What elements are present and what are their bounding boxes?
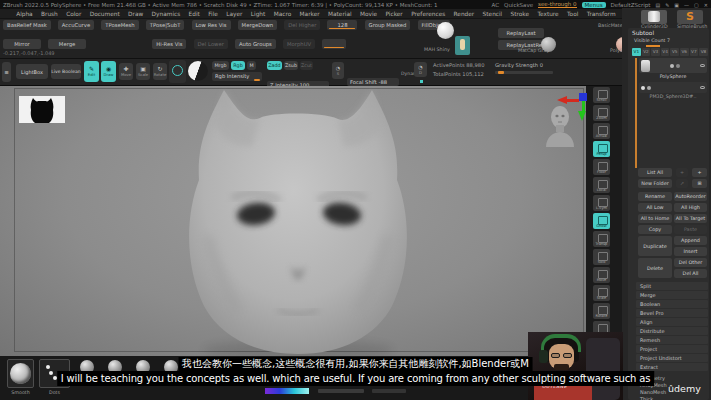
section-split[interactable]: Split [636, 282, 708, 290]
menu-tool[interactable]: Tool [563, 11, 583, 17]
shelf-move-button[interactable]: Move [593, 267, 610, 283]
delete-button[interactable]: Delete [638, 258, 672, 278]
section-project-undistort[interactable]: Project Undistort [636, 354, 708, 362]
alpha-preview[interactable] [19, 96, 65, 123]
shelf-scale-button[interactable]: Scale [593, 285, 610, 301]
menu-marker[interactable]: Marker [295, 11, 323, 17]
menu-brush[interactable]: Brush [37, 11, 62, 17]
seethrough-slider[interactable]: see-through 0 [538, 1, 576, 8]
rename-button[interactable]: Rename [638, 192, 672, 201]
default-zscript-button[interactable]: DefaultZScript [611, 2, 651, 8]
del-other-button[interactable]: Del Other [674, 258, 707, 267]
draw-mode-button[interactable]: ◉ Draw [101, 61, 116, 82]
accucurve-button[interactable]: AccuCurve [58, 20, 94, 30]
all-high-button[interactable]: All High [674, 203, 707, 212]
move-mode-button[interactable]: ✚ Move [119, 63, 133, 80]
sculpt-viewport[interactable] [0, 86, 586, 356]
live-boolean-button[interactable]: Live Boolean [51, 64, 81, 79]
scale-mode-button[interactable]: ▣ Scale [136, 63, 150, 80]
tab-v5[interactable]: V5 [670, 48, 679, 56]
tab-v1[interactable]: V1 [632, 48, 641, 56]
menu-macro[interactable]: Macro [269, 11, 295, 17]
add-subtool-icon[interactable]: + [692, 168, 707, 177]
tab-v8[interactable]: V8 [699, 48, 708, 56]
tool-cylinder3d[interactable]: Cylinder3D [641, 10, 667, 29]
tab-v4[interactable]: V4 [661, 48, 670, 56]
palette-thickskin[interactable]: Thick Skin [636, 396, 664, 400]
tab-v6[interactable]: V6 [680, 48, 689, 56]
lightbox-button[interactable]: LightBox [16, 64, 48, 79]
user-icon[interactable]: ▣ [674, 2, 679, 8]
del-all-button[interactable]: Del All [674, 269, 707, 278]
menu-light[interactable]: Light [247, 11, 270, 17]
group-masked-button[interactable]: Group Masked [365, 20, 411, 30]
menu-color[interactable]: Color [62, 11, 86, 17]
brush-alpha-button[interactable] [169, 60, 186, 83]
menu-transform[interactable]: Transform [583, 11, 620, 17]
duplicate-button[interactable]: Duplicate [638, 236, 672, 256]
focal-shift-slider[interactable]: Focal Shift -88 [347, 78, 399, 86]
autoreorder-button[interactable]: AutoReorder [674, 192, 707, 201]
mini-slider-1[interactable] [322, 39, 346, 49]
material-current-sphere[interactable] [188, 61, 208, 81]
del-lower-button[interactable]: Del Lower [194, 39, 228, 49]
insert-button[interactable]: Insert [674, 247, 707, 256]
auto-groups-button[interactable]: Auto Groups [235, 39, 276, 49]
section-distribute[interactable]: Distribute [636, 327, 708, 335]
close-icon[interactable]: ✕ [704, 2, 708, 8]
grid-icon[interactable]: ▤ [655, 2, 660, 8]
menu-texture[interactable]: Texture [533, 11, 563, 17]
dynamic-mode-icon[interactable]: ◔D [414, 62, 427, 77]
menu-stencil[interactable]: Stencil [478, 11, 506, 17]
quicksave-button[interactable]: QuickSave [504, 2, 533, 8]
menu-edit[interactable]: Edit [184, 11, 204, 17]
subtool-scrollbar[interactable] [635, 58, 637, 168]
subtool-header[interactable]: Subtool [632, 30, 654, 36]
shelf-lsym-button[interactable]: L.Sym [593, 195, 610, 211]
mirror-button[interactable]: Mirror [3, 39, 41, 49]
menu-movie[interactable]: Movie [356, 11, 382, 17]
folder-add-icon[interactable]: ⊞ [692, 179, 707, 188]
section-remesh[interactable]: Remesh [636, 336, 708, 344]
m-button[interactable]: M [247, 61, 256, 70]
tab-v2[interactable]: V2 [642, 48, 651, 56]
shelf-solo-button[interactable]: Solo [593, 249, 610, 265]
new-folder-button[interactable]: New Folder [638, 179, 672, 188]
rotate-mode-button[interactable]: ↻ Rotate [153, 63, 167, 80]
visible-count-slider[interactable]: Visible Count 7 [634, 38, 670, 43]
zcut-button[interactable]: Zcut [300, 61, 313, 70]
menu-preferences[interactable]: Preferences [407, 11, 449, 17]
sculpt-head-model[interactable] [0, 86, 586, 356]
mergedown-button[interactable]: MergeDown [238, 20, 278, 30]
color-picker-gradient[interactable] [265, 388, 309, 394]
shelf-actual-button[interactable]: Actual [593, 123, 610, 139]
all-to-target-button[interactable]: All To Target [674, 214, 707, 223]
list-all-button[interactable]: List All [638, 168, 672, 177]
paste-button[interactable]: Paste [674, 225, 707, 234]
all-low-button[interactable]: All Low [638, 203, 672, 212]
shelf-persp-button[interactable]: Persp [593, 141, 610, 157]
mrgb-button[interactable]: Mrgb [212, 61, 229, 70]
menus-button[interactable]: Menus [582, 2, 606, 8]
stroke-icon[interactable]: ◔S [332, 62, 344, 79]
menu-picker[interactable]: Picker [381, 11, 407, 17]
tab-v3[interactable]: V3 [651, 48, 660, 56]
menu-render[interactable]: Render [449, 11, 478, 17]
menu-dynamics[interactable]: Dynamics [147, 11, 184, 17]
rgb-intensity-slider[interactable]: Rgb Intensity 100 [212, 72, 262, 81]
menu-draw[interactable]: Draw [124, 11, 148, 17]
merge-button[interactable]: Merge [48, 39, 86, 49]
current-brush-button[interactable] [7, 359, 34, 388]
gravity-slider[interactable] [495, 71, 553, 74]
low-res-vis-button[interactable]: Low Res Vis [192, 20, 231, 30]
section-boolean[interactable]: Boolean [636, 300, 708, 308]
del-higher-button[interactable]: Del Higher [284, 20, 320, 30]
pen-icon[interactable]: ✎ [665, 2, 669, 8]
replaylast-button[interactable]: ReplayLast [498, 28, 544, 38]
menu-file[interactable]: File [204, 11, 222, 17]
material-sphere-white[interactable] [437, 22, 454, 39]
section-project[interactable]: Project [636, 345, 708, 353]
zadd-button[interactable]: Zadd [267, 61, 282, 70]
shelf-ghost-button[interactable]: Ghost [593, 213, 610, 229]
menu-layer[interactable]: Layer [222, 11, 247, 17]
